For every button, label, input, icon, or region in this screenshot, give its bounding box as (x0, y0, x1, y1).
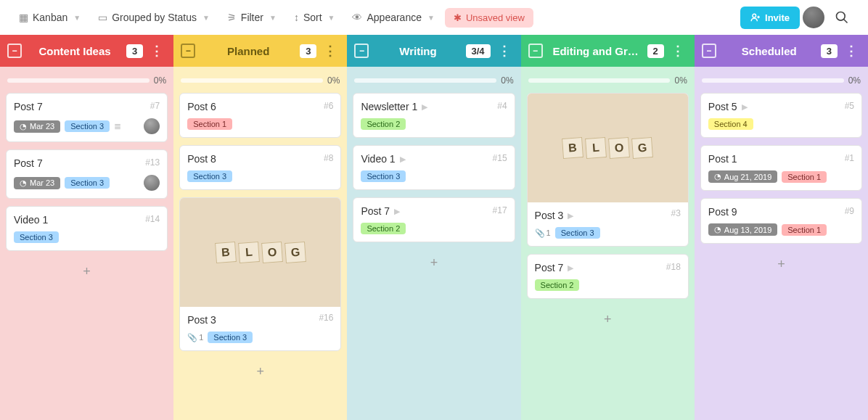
clock-icon: ◔ (20, 122, 27, 131)
add-card-button[interactable]: + (353, 250, 515, 276)
card-number: #14 (145, 214, 160, 224)
column-count: 3 (300, 44, 316, 58)
assignee-avatar (144, 118, 160, 134)
kanban-card[interactable]: #1 Post 1 ◔ Aug 21, 2019Section 1 (700, 145, 862, 191)
kanban-card[interactable]: #6 Post 6 Section 1 (179, 93, 341, 138)
progress-row: 0% (528, 75, 687, 86)
kanban-card[interactable]: #18 Post 7▶ Section 2 (527, 254, 689, 299)
date-chip: ◔ Aug 13, 2019 (708, 223, 777, 236)
kanban-icon: ▦ (19, 12, 28, 23)
filter-label: Filter (241, 12, 263, 23)
view-selector[interactable]: ▦ Kanban ▼ (12, 7, 88, 28)
kanban-card[interactable]: #8 Post 8 Section 3 (179, 145, 341, 190)
kanban-card[interactable]: #15 Video 1▶ Section 3 (353, 145, 515, 190)
section-chip: Section 1 (782, 224, 827, 236)
progress-row: 0% (7, 75, 166, 86)
section-chip: Section 3 (187, 170, 232, 182)
sort-label: Sort (303, 12, 322, 23)
kanban-card[interactable]: #14 Video 1 Section 3 (6, 206, 168, 251)
collapse-button[interactable]: − (7, 44, 22, 58)
sort-icon: ↕ (294, 12, 299, 23)
card-title: Post 7 (14, 101, 43, 112)
kanban-card[interactable]: #13 Post 7 ◔ Mar 23Section 3 (6, 149, 168, 199)
section-chip: Section 2 (535, 279, 580, 291)
card-title: Post 7 (535, 262, 564, 273)
card-title: Post 5 (708, 101, 737, 112)
column-title: Writing (374, 45, 461, 57)
search-button[interactable] (827, 6, 856, 29)
sort-selector[interactable]: ↕ Sort ▼ (287, 7, 343, 28)
paperclip-icon: 📎 (187, 333, 197, 342)
kanban-card[interactable]: #9 Post 9 ◔ Aug 13, 2019Section 1 (700, 198, 862, 244)
card-number: #15 (493, 153, 507, 163)
invite-button[interactable]: Invite (740, 7, 800, 29)
card-number: #7 (150, 101, 160, 111)
column-editing: − Editing and Gr… 2 ⋮ 0% BLOG Post 3▶ #3… (521, 35, 695, 420)
column-menu-button[interactable]: ⋮ (495, 43, 514, 59)
play-icon: ▶ (394, 207, 400, 216)
column-title: Content Ideas (28, 45, 122, 57)
unsaved-view-button[interactable]: ✱ Unsaved view (445, 8, 533, 28)
user-avatar[interactable] (803, 7, 824, 28)
card-number: #1 (845, 153, 854, 163)
group-selector[interactable]: ▭ Grouped by Status ▼ (91, 7, 217, 28)
collapse-button[interactable]: − (702, 44, 716, 58)
kanban-card[interactable]: BLOG Post 3 #16 📎1Section 3 (179, 197, 341, 351)
kanban-card[interactable]: BLOG Post 3▶ #3 📎1Section 3 (527, 93, 689, 247)
column-menu-button[interactable]: ⋮ (147, 43, 166, 59)
card-title: Video 1 (14, 214, 48, 226)
section-chip: Section 1 (187, 118, 232, 130)
add-card-button[interactable]: + (700, 251, 862, 278)
add-card-button[interactable]: + (6, 258, 168, 285)
card-image: BLOG (180, 198, 340, 307)
unsaved-label: Unsaved view (466, 12, 525, 23)
filter-icon: ⚞ (227, 12, 237, 23)
column-header: − Scheduled 3 ⋮ (695, 35, 868, 67)
svg-point-0 (753, 14, 756, 17)
kanban-card[interactable]: #17 Post 7▶ Section 2 (353, 197, 515, 242)
add-card-button[interactable]: + (179, 358, 341, 385)
chevron-down-icon: ▼ (269, 14, 277, 22)
svg-point-1 (837, 12, 846, 21)
add-card-button[interactable]: + (527, 306, 689, 333)
card-title: Post 3 (535, 210, 564, 221)
column-count: 3 (126, 44, 143, 58)
section-chip: Section 2 (361, 223, 406, 234)
kanban-card[interactable]: #5 Post 5▶ Section 4 (700, 93, 862, 138)
toolbar: ▦ Kanban ▼ ▭ Grouped by Status ▼ ⚞ Filte… (0, 0, 868, 35)
column-ideas: − Content Ideas 3 ⋮ 0% #7 Post 7 ◔ Mar 2… (0, 35, 173, 420)
column-header: − Content Ideas 3 ⋮ (0, 35, 173, 67)
appearance-label: Appearance (367, 12, 422, 23)
filter-selector[interactable]: ⚞ Filter ▼ (220, 7, 284, 28)
column-menu-button[interactable]: ⋮ (668, 43, 687, 59)
collapse-button[interactable]: − (181, 44, 195, 58)
card-number: #8 (324, 153, 333, 163)
card-title: Post 8 (187, 153, 216, 165)
appearance-selector[interactable]: 👁 Appearance ▼ (345, 7, 441, 28)
column-menu-button[interactable]: ⋮ (842, 43, 861, 59)
section-chip: Section 2 (361, 118, 406, 130)
card-number: #3 (671, 208, 680, 218)
kanban-card[interactable]: #7 Post 7 ◔ Mar 23Section 3≣ (6, 93, 168, 142)
collapse-button[interactable]: − (528, 44, 543, 58)
card-number: #9 (845, 206, 854, 216)
section-chip: Section 3 (208, 332, 253, 343)
column-menu-button[interactable]: ⋮ (321, 43, 340, 59)
card-title: Post 6 (187, 101, 216, 112)
column-title: Scheduled (722, 45, 816, 57)
collapse-button[interactable]: − (354, 44, 369, 58)
progress-row: 0% (702, 75, 861, 86)
column-body: 0% #6 Post 6 Section 1 #8 Post 8 Section… (173, 67, 347, 420)
assignee-avatar (144, 175, 160, 191)
column-header: − Editing and Gr… 2 ⋮ (521, 35, 695, 67)
column-scheduled: − Scheduled 3 ⋮ 0% #5 Post 5▶ Section 4 … (695, 35, 868, 420)
kanban-board: − Content Ideas 3 ⋮ 0% #7 Post 7 ◔ Mar 2… (0, 35, 868, 420)
card-title: Post 7 (14, 157, 43, 169)
play-icon: ▶ (568, 263, 573, 273)
user-plus-icon (750, 12, 761, 22)
play-icon: ▶ (568, 211, 573, 221)
column-header: − Planned 3 ⋮ (173, 35, 347, 67)
card-number: #6 (324, 101, 333, 111)
progress-text: 0% (154, 75, 166, 86)
kanban-card[interactable]: #4 Newsletter 1▶ Section 2 (353, 93, 515, 138)
